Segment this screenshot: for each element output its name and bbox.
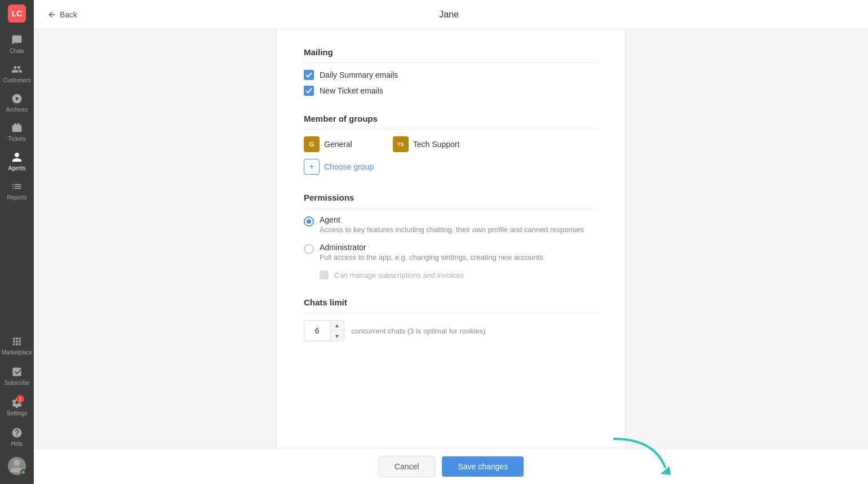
content-area: Mailing Daily Summary emails New Ticket … [34, 29, 868, 448]
sidebar-item-archives[interactable]: Archives [0, 88, 34, 117]
groups-title: Member of groups [304, 114, 598, 130]
settings-badge: 1 [16, 395, 24, 403]
sidebar: LC Chats Customers Archives Tickets Agen… [0, 0, 34, 484]
agent-radio-row[interactable]: Agent Access to key features including c… [304, 215, 598, 234]
group-general-icon: G [304, 136, 320, 152]
group-tech-support: TS Tech Support [393, 136, 460, 152]
page-header: Back Jane [34, 0, 868, 29]
sidebar-item-label: Customers [3, 77, 30, 83]
sidebar-item-customers[interactable]: Customers [0, 59, 34, 88]
agent-label: Agent [320, 215, 584, 224]
reports-icon [11, 180, 23, 193]
app-logo[interactable]: LC [8, 5, 26, 23]
choose-group-button[interactable]: + Choose group [304, 159, 598, 175]
svg-marker-0 [661, 466, 671, 475]
sidebar-item-label: Reports [7, 194, 26, 201]
stepper-buttons: ▲ ▼ [330, 321, 344, 341]
save-button[interactable]: Save changes [442, 456, 524, 477]
sidebar-item-subscribe[interactable]: Subscribe [0, 361, 34, 390]
sidebar-item-label: Chats [10, 48, 24, 54]
daily-summary-row[interactable]: Daily Summary emails [304, 70, 598, 80]
sidebar-item-settings[interactable]: 1 Settings [0, 392, 34, 421]
chats-limit-row: 6 ▲ ▼ concurrent chats (3 is optimal for… [304, 320, 598, 341]
mailing-title: Mailing [304, 47, 598, 63]
content-panel: Mailing Daily Summary emails New Ticket … [276, 29, 626, 448]
online-indicator [20, 469, 26, 475]
sidebar-item-label: Archives [6, 106, 28, 113]
mailing-section: Mailing Daily Summary emails New Ticket … [304, 47, 598, 96]
permissions-section: Permissions Agent Access to key features… [304, 193, 598, 279]
admin-desc: Full access to the app, e.g. changing se… [320, 253, 543, 261]
sidebar-item-reports[interactable]: Reports [0, 176, 34, 205]
sidebar-item-avatar[interactable] [0, 452, 34, 479]
groups-grid: G General TS Tech Support [304, 136, 598, 152]
back-button[interactable]: Back [47, 10, 77, 19]
cancel-button[interactable]: Cancel [378, 456, 436, 477]
sidebar-item-label: Marketplace [2, 349, 32, 356]
customers-icon [11, 63, 23, 76]
agent-option-text: Agent Access to key features including c… [320, 215, 584, 234]
subscribe-icon [11, 366, 23, 378]
settings-icon: 1 [11, 396, 23, 408]
choose-group-label: Choose group [324, 162, 374, 171]
agent-radio[interactable] [304, 216, 314, 227]
plus-icon: + [304, 159, 320, 175]
manage-subscriptions-label: Can manage subscriptions and invoices [334, 271, 464, 279]
back-label: Back [60, 10, 77, 19]
page-footer: Cancel Save changes [34, 448, 868, 484]
sidebar-item-label: Tickets [8, 136, 25, 142]
chats-limit-input[interactable]: 6 [304, 321, 330, 341]
daily-summary-checkbox[interactable] [304, 70, 314, 80]
group-tech-support-name: Tech Support [413, 140, 460, 149]
chats-limit-title: Chats limit [304, 297, 598, 313]
stepper-up-button[interactable]: ▲ [330, 321, 344, 331]
admin-radio-row[interactable]: Administrator Full access to the app, e.… [304, 243, 598, 261]
agent-desc: Access to key features including chattin… [320, 225, 584, 234]
group-general: G General [304, 136, 352, 152]
group-general-name: General [324, 140, 352, 149]
manage-subscriptions-checkbox [320, 270, 329, 279]
groups-section: Member of groups G General TS Tech Suppo… [304, 114, 598, 175]
chats-hint: concurrent chats (3 is optimal for rooki… [351, 327, 485, 335]
new-ticket-row[interactable]: New Ticket emails [304, 86, 598, 96]
tickets-icon [11, 122, 23, 134]
admin-label: Administrator [320, 243, 543, 252]
new-ticket-label: New Ticket emails [320, 86, 383, 95]
daily-summary-label: Daily Summary emails [320, 70, 398, 79]
chats-limit-section: Chats limit 6 ▲ ▼ concurrent chats (3 is… [304, 297, 598, 341]
agents-icon [11, 151, 23, 163]
sidebar-item-marketplace[interactable]: Marketplace [0, 331, 34, 360]
page-title: Jane [77, 10, 821, 20]
archives-icon [11, 92, 23, 105]
chats-icon [11, 34, 23, 46]
sidebar-item-label: Subscribe [5, 380, 29, 386]
marketplace-icon [11, 335, 23, 348]
sidebar-item-label: Agents [8, 165, 25, 171]
avatar-wrap [8, 457, 26, 475]
sidebar-item-label: Help [11, 441, 23, 447]
sidebar-bottom: Marketplace Subscribe 1 Settings Help [0, 331, 34, 479]
main-content: Back Jane Mailing Daily Summary emails [34, 0, 868, 484]
manage-subscriptions-row: Can manage subscriptions and invoices [320, 270, 598, 279]
number-input-wrap: 6 ▲ ▼ [304, 320, 344, 341]
permissions-title: Permissions [304, 193, 598, 208]
admin-option-text: Administrator Full access to the app, e.… [320, 243, 543, 261]
sidebar-item-tickets[interactable]: Tickets [0, 117, 34, 146]
sidebar-item-chats[interactable]: Chats [0, 29, 34, 59]
help-icon [11, 427, 23, 439]
admin-radio[interactable] [304, 244, 314, 254]
sidebar-item-help[interactable]: Help [0, 422, 34, 451]
sidebar-item-agents[interactable]: Agents [0, 146, 34, 176]
stepper-down-button[interactable]: ▼ [330, 331, 344, 341]
new-ticket-checkbox[interactable] [304, 86, 314, 96]
sidebar-item-label: Settings [7, 410, 27, 416]
group-tech-support-icon: TS [393, 136, 409, 152]
